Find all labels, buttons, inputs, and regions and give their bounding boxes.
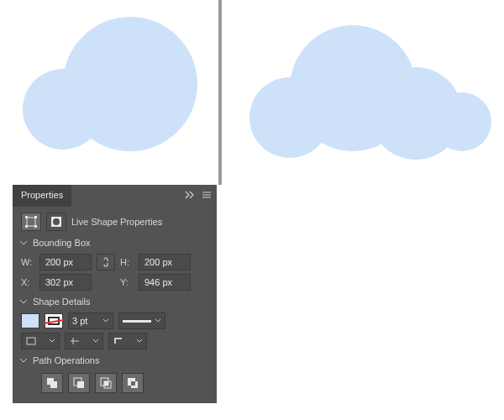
- bounding-box-section-header[interactable]: Bounding Box: [13, 234, 217, 252]
- align-center-icon: [69, 336, 81, 346]
- stroke-preview: [123, 320, 151, 323]
- properties-panel: Properties Live Shape Properties Boundin…: [13, 185, 217, 403]
- chevron-down-icon: [92, 336, 99, 346]
- bounding-box-label: Bounding Box: [33, 238, 91, 248]
- bounding-box-toggle[interactable]: [21, 213, 41, 231]
- svg-rect-8: [34, 216, 37, 218]
- svg-rect-18: [104, 381, 108, 386]
- x-label: X:: [21, 277, 34, 287]
- panel-menu-icon[interactable]: [202, 191, 212, 201]
- svg-rect-7: [25, 216, 28, 218]
- link-dimensions-button[interactable]: [97, 254, 115, 270]
- intersect-shapes-button[interactable]: [95, 373, 117, 393]
- height-input[interactable]: [139, 254, 191, 270]
- stroke-width-value: 3 pt: [72, 316, 87, 326]
- svg-rect-15: [77, 381, 84, 388]
- width-label: W:: [21, 257, 34, 267]
- cloud-shape-1[interactable]: [13, 0, 218, 185]
- chevron-down-icon: [49, 336, 55, 346]
- svg-rect-10: [34, 225, 37, 228]
- collapse-panel-icon[interactable]: [185, 191, 195, 201]
- combine-icon: [45, 376, 59, 390]
- chevron-down-icon: [136, 336, 143, 346]
- subtract-icon: [72, 376, 86, 390]
- chevron-down-icon: [102, 316, 109, 326]
- caret-down-icon: [19, 297, 28, 306]
- mask-toggle[interactable]: [46, 213, 66, 231]
- stroke-width-dropdown[interactable]: 3 pt: [68, 312, 113, 329]
- stroke-align-dropdown[interactable]: [21, 333, 60, 349]
- subtract-shapes-button[interactable]: [68, 373, 90, 393]
- combine-shapes-button[interactable]: [41, 373, 63, 393]
- stroke-corners-dropdown[interactable]: [108, 333, 147, 349]
- align-corner-icon: [113, 336, 124, 346]
- svg-rect-6: [27, 218, 35, 226]
- height-label: H:: [120, 257, 134, 267]
- cloud-shape-2[interactable]: [231, 0, 500, 185]
- caret-down-icon: [19, 356, 28, 365]
- svg-rect-9: [25, 225, 28, 228]
- chevron-down-icon: [155, 316, 161, 326]
- exclude-shapes-button[interactable]: [122, 373, 144, 393]
- svg-point-1: [63, 17, 197, 151]
- align-edges-icon: [25, 336, 37, 346]
- svg-rect-21: [131, 381, 135, 386]
- artboard-right[interactable]: [231, 0, 500, 185]
- path-operations-section-header[interactable]: Path Operations: [13, 351, 217, 370]
- properties-tab[interactable]: Properties: [13, 185, 71, 207]
- intersect-icon: [99, 376, 113, 390]
- shape-details-label: Shape Details: [33, 297, 91, 307]
- artboard-divider: [218, 0, 222, 185]
- fill-swatch[interactable]: [21, 313, 39, 328]
- y-label: Y:: [120, 277, 134, 287]
- shape-details-section-header[interactable]: Shape Details: [13, 292, 217, 311]
- shape-header-label: Live Shape Properties: [71, 217, 162, 227]
- width-input[interactable]: [39, 254, 92, 270]
- y-input[interactable]: [139, 274, 191, 291]
- panel-header: Properties: [13, 185, 217, 207]
- stroke-caps-dropdown[interactable]: [65, 333, 103, 349]
- svg-point-12: [53, 218, 60, 225]
- svg-rect-13: [27, 338, 35, 344]
- canvas-area: [0, 0, 504, 185]
- svg-point-5: [433, 92, 491, 151]
- artboard-left[interactable]: [13, 0, 218, 185]
- exclude-icon: [126, 376, 139, 390]
- stroke-swatch[interactable]: [45, 313, 63, 328]
- stroke-style-dropdown[interactable]: [118, 312, 165, 329]
- path-operations-label: Path Operations: [33, 355, 100, 365]
- caret-down-icon: [19, 239, 28, 247]
- x-input[interactable]: [39, 274, 92, 291]
